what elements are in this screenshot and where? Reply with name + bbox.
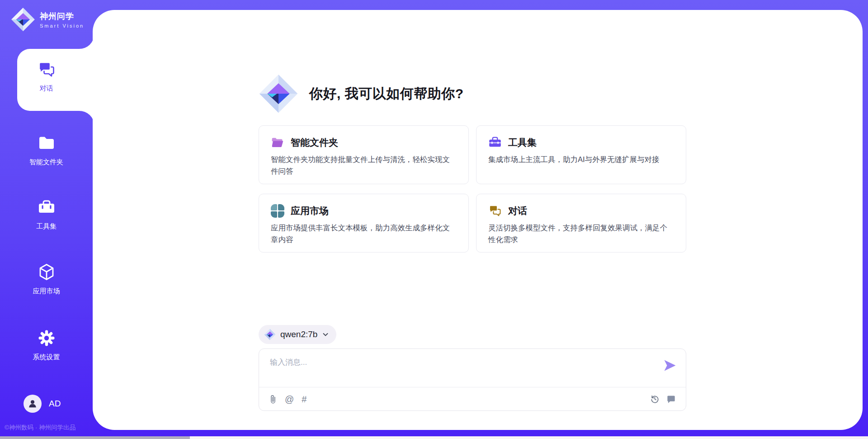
sidebar: 神州问学 Smart Vision 对话 智能文件夹 xyxy=(0,0,93,439)
sidebar-item-label: 对话 xyxy=(0,84,93,93)
model-diamond-icon xyxy=(264,329,276,340)
main-content-surface: 你好, 我可以如何帮助你? 智能文件夹 智能文件夹功能支持批量文件上传与清洗，轻… xyxy=(93,10,863,430)
feature-cards: 智能文件夹 智能文件夹功能支持批量文件上传与清洗，轻松实现文件问答 xyxy=(259,125,686,253)
user-account[interactable]: AD xyxy=(24,395,61,413)
card-title: 智能文件夹 xyxy=(291,136,338,149)
history-icon[interactable] xyxy=(650,394,660,404)
message-composer: @ # xyxy=(259,348,686,411)
brand-diamond-icon xyxy=(11,7,35,32)
app-name: 神州问学 xyxy=(40,12,74,21)
model-selector[interactable]: qwen2:7b xyxy=(259,325,336,344)
sidebar-item-settings[interactable]: 系统设置 xyxy=(0,329,93,362)
sidebar-item-label: 智能文件夹 xyxy=(0,158,93,167)
avatar xyxy=(24,395,42,413)
briefcase-icon xyxy=(37,198,56,217)
card-title: 应用市场 xyxy=(291,205,329,217)
card-description: 集成市场上主流工具，助力AI与外界无缝扩展与对接 xyxy=(488,154,674,166)
folder-icon xyxy=(37,134,56,153)
greeting-diamond-icon xyxy=(259,74,298,114)
copyright-text: ©神州数码 · 神州问学出品 xyxy=(5,424,75,432)
sidebar-item-chat[interactable]: 对话 xyxy=(0,60,93,93)
sidebar-item-smart-folder[interactable]: 智能文件夹 xyxy=(0,134,93,167)
chevron-down-icon xyxy=(322,331,329,338)
card-title: 对话 xyxy=(508,205,527,217)
card-title: 工具集 xyxy=(508,136,537,149)
sidebar-item-label: 应用市场 xyxy=(0,287,93,296)
gear-icon xyxy=(37,329,56,348)
greeting-header: 你好, 我可以如何帮助你? xyxy=(259,74,686,114)
cube-icon xyxy=(37,262,56,282)
card-description: 灵活切换多模型文件，支持多样回复效果调试，满足个性化需求 xyxy=(488,222,674,245)
model-name: qwen2:7b xyxy=(280,329,317,339)
user-initials: AD xyxy=(49,399,61,409)
sidebar-item-label: 系统设置 xyxy=(0,353,93,362)
chat-icon xyxy=(37,60,56,79)
grid-icon xyxy=(271,204,284,218)
card-app-market[interactable]: 应用市场 应用市场提供丰富长文本模板，助力高效生成多样化文章内容 xyxy=(259,194,469,253)
card-chat[interactable]: 对话 灵活切换多模型文件，支持多样回复效果调试，满足个性化需求 xyxy=(476,194,686,253)
tab-scoop-bottom xyxy=(79,111,94,125)
mention-icon[interactable]: @ xyxy=(285,395,294,404)
app-subtitle: Smart Vision xyxy=(40,23,84,29)
message-bubble-icon[interactable] xyxy=(666,394,676,404)
greeting-title: 你好, 我可以如何帮助你? xyxy=(309,85,464,103)
tab-scoop-top xyxy=(79,35,94,49)
hashtag-icon[interactable]: # xyxy=(302,395,307,404)
message-input[interactable] xyxy=(270,357,650,382)
paperclip-icon[interactable] xyxy=(269,394,277,404)
card-toolset[interactable]: 工具集 集成市场上主流工具，助力AI与外界无缝扩展与对接 xyxy=(476,125,686,184)
folder-open-icon xyxy=(271,136,284,149)
sidebar-item-label: 工具集 xyxy=(0,222,93,231)
card-smart-folder[interactable]: 智能文件夹 智能文件夹功能支持批量文件上传与清洗，轻松实现文件问答 xyxy=(259,125,469,184)
briefcase-icon xyxy=(488,136,502,149)
card-description: 应用市场提供丰富长文本模板，助力高效生成多样化文章内容 xyxy=(271,222,457,245)
send-icon[interactable] xyxy=(664,360,676,371)
sidebar-item-app-market[interactable]: 应用市场 xyxy=(0,262,93,296)
app-logo: 神州问学 Smart Vision xyxy=(11,7,84,32)
card-description: 智能文件夹功能支持批量文件上传与清洗，轻松实现文件问答 xyxy=(271,154,457,177)
sidebar-item-toolset[interactable]: 工具集 xyxy=(0,198,93,231)
composer-toolbar: @ # xyxy=(259,387,686,410)
horizontal-scrollbar xyxy=(0,436,868,439)
chat-icon xyxy=(488,204,502,218)
horizontal-scrollbar-thumb[interactable] xyxy=(0,436,190,439)
